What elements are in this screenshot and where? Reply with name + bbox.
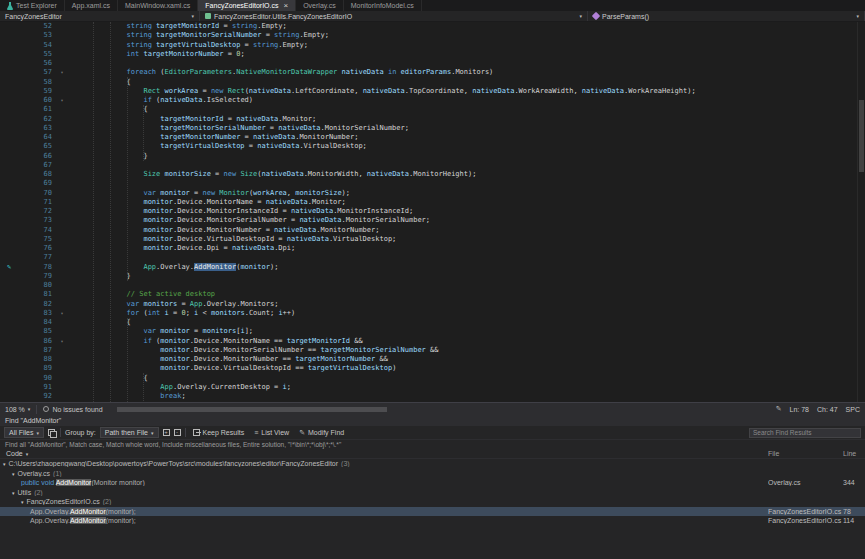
collapse-caret-icon[interactable]: ▾: [12, 490, 15, 496]
code-line[interactable]: 69: [0, 179, 865, 188]
document-health-indicator[interactable]: No issues found: [43, 406, 102, 413]
code-line[interactable]: 90 {: [0, 374, 865, 383]
fold-marker-icon[interactable]: ▾: [56, 96, 68, 105]
breakpoint-margin[interactable]: [0, 216, 18, 225]
edit-marker-icon[interactable]: ✎: [0, 263, 18, 272]
horizontal-scrollbar[interactable]: [117, 407, 762, 412]
code-line[interactable]: 85 var monitor = monitors[i];: [0, 327, 865, 336]
code-line[interactable]: 59 Rect workArea = new Rect(nativeData.L…: [0, 87, 865, 96]
breakpoint-margin[interactable]: [0, 290, 18, 299]
find-group-row[interactable]: ▾Overlay.cs(1): [0, 469, 865, 479]
code-line[interactable]: ✎78 App.Overlay.AddMonitor(monitor);: [0, 263, 865, 272]
collapse-caret-icon[interactable]: ▾: [12, 471, 15, 477]
keep-results-toggle[interactable]: Keep Results: [190, 429, 248, 436]
code-line[interactable]: 72 monitor.Device.MonitorInstanceId = na…: [0, 207, 865, 216]
code-line[interactable]: 55 int targetMonitorNumber = 0;: [0, 50, 865, 59]
fold-marker-icon[interactable]: ▾: [56, 337, 68, 346]
find-result-row[interactable]: App.Overlay.AddMonitor(monitor);FancyZon…: [0, 507, 865, 517]
find-group-row[interactable]: ▾FancyZonesEditorIO.cs(2): [0, 497, 865, 507]
breakpoint-margin[interactable]: [0, 226, 18, 235]
breakpoint-margin[interactable]: [0, 364, 18, 373]
copy-icon[interactable]: [48, 429, 56, 437]
breakpoint-margin[interactable]: [0, 170, 18, 179]
breakpoint-margin[interactable]: [0, 41, 18, 50]
breakpoint-margin[interactable]: [0, 327, 18, 336]
scope-dropdown[interactable]: All Files ▾: [4, 427, 44, 438]
code-line[interactable]: 74 monitor.Device.MonitorNumber = native…: [0, 226, 865, 235]
code-line[interactable]: 79 }: [0, 272, 865, 281]
code-line[interactable]: 81 // Set active desktop: [0, 290, 865, 299]
code-line[interactable]: 57▾ foreach (EditorParameters.NativeMoni…: [0, 68, 865, 77]
code-line[interactable]: 66 }: [0, 152, 865, 161]
code-line[interactable]: 84 {: [0, 318, 865, 327]
code-line[interactable]: 87 monitor.Device.MonitorSerialNumber ==…: [0, 346, 865, 355]
code-line[interactable]: 92 break;: [0, 392, 865, 401]
breakpoint-margin[interactable]: [0, 198, 18, 207]
code-line[interactable]: 64 targetMonitorNumber = nativeData.Moni…: [0, 133, 865, 142]
code-line[interactable]: 80: [0, 281, 865, 290]
breakpoint-margin[interactable]: [0, 22, 18, 31]
member-dropdown[interactable]: ParseParams() ▾: [588, 11, 865, 21]
breakpoint-margin[interactable]: [0, 142, 18, 151]
fold-marker-icon[interactable]: ▾: [56, 68, 68, 77]
code-line[interactable]: 52 string targetMonitorId = string.Empty…: [0, 22, 865, 31]
code-line[interactable]: 77: [0, 253, 865, 262]
breakpoint-margin[interactable]: [0, 50, 18, 59]
breakpoint-margin[interactable]: [0, 374, 18, 383]
code-line[interactable]: 68 Size monitorSize = new Size(nativeDat…: [0, 170, 865, 179]
search-find-results-input[interactable]: [749, 428, 861, 438]
type-dropdown[interactable]: FancyZonesEditor.Utils.FancyZonesEditorI…: [200, 11, 588, 21]
project-dropdown[interactable]: FancyZonesEditor ▾: [0, 11, 200, 21]
code-line[interactable]: 63 targetMonitorSerialNumber = nativeDat…: [0, 124, 865, 133]
close-icon[interactable]: ×: [283, 2, 288, 10]
breakpoint-margin[interactable]: [0, 31, 18, 40]
breakpoint-margin[interactable]: [0, 179, 18, 188]
column-header-file[interactable]: File: [768, 450, 843, 457]
vertical-scrollbar[interactable]: [857, 22, 865, 402]
breakpoint-margin[interactable]: [0, 309, 18, 318]
breakpoint-margin[interactable]: [0, 152, 18, 161]
code-line[interactable]: 70 var monitor = new Monitor(workArea, m…: [0, 189, 865, 198]
tab-overlay-cs[interactable]: Overlay.cs: [296, 0, 344, 11]
breakpoint-margin[interactable]: [0, 87, 18, 96]
find-result-row[interactable]: public void AddMonitor(Monitor monitor)O…: [0, 478, 865, 488]
breakpoint-margin[interactable]: [0, 96, 18, 105]
breakpoint-margin[interactable]: [0, 161, 18, 170]
breakpoint-margin[interactable]: [0, 235, 18, 244]
breakpoint-margin[interactable]: [0, 244, 18, 253]
column-header-line[interactable]: Line: [843, 450, 865, 457]
breakpoint-margin[interactable]: [0, 124, 18, 133]
tab-app-xaml-cs[interactable]: App.xaml.cs: [65, 0, 118, 11]
breakpoint-margin[interactable]: [0, 383, 18, 392]
find-group-row[interactable]: ▾Utils(2): [0, 488, 865, 498]
scrollbar-thumb[interactable]: [859, 100, 864, 172]
code-line[interactable]: 60▾ if (nativeData.IsSelected): [0, 96, 865, 105]
breakpoint-margin[interactable]: [0, 133, 18, 142]
breakpoint-margin[interactable]: [0, 253, 18, 262]
code-filter-dropdown[interactable]: Code ▾: [3, 449, 31, 458]
code-line[interactable]: 62 targetMonitorId = nativeData.Monitor;: [0, 115, 865, 124]
breakpoint-margin[interactable]: [0, 318, 18, 327]
fold-marker-icon[interactable]: ▾: [56, 309, 68, 318]
breakpoint-margin[interactable]: [0, 272, 18, 281]
code-line[interactable]: 65 targetVirtualDesktop = nativeData.Vir…: [0, 142, 865, 151]
collapse-caret-icon[interactable]: ▾: [21, 499, 24, 505]
breakpoint-margin[interactable]: [0, 207, 18, 216]
tab-test-explorer[interactable]: Test Explorer: [0, 0, 65, 11]
code-line[interactable]: 67: [0, 161, 865, 170]
code-line[interactable]: 88 monitor.Device.MonitorNumber == targe…: [0, 355, 865, 364]
find-result-row[interactable]: App.Overlay.AddMonitor(monitor);FancyZon…: [0, 516, 865, 526]
code-line[interactable]: 82 var monitors = App.Overlay.Monitors;: [0, 300, 865, 309]
code-line[interactable]: 54 string targetVirtualDesktop = string.…: [0, 41, 865, 50]
breakpoint-margin[interactable]: [0, 281, 18, 290]
list-view-toggle[interactable]: ≡ List View: [251, 429, 292, 436]
breakpoint-margin[interactable]: [0, 115, 18, 124]
code-line[interactable]: 91 App.Overlay.CurrentDesktop = i;: [0, 383, 865, 392]
code-line[interactable]: 58 {: [0, 78, 865, 87]
scrollbar-thumb[interactable]: [117, 407, 388, 412]
breakpoint-margin[interactable]: [0, 105, 18, 114]
collapse-caret-icon[interactable]: ▾: [3, 461, 6, 467]
tab-mainwindow-xaml-cs[interactable]: MainWindow.xaml.cs: [118, 0, 198, 11]
breakpoint-margin[interactable]: [0, 300, 18, 309]
code-line[interactable]: 89 monitor.Device.VirtualDesktopId == ta…: [0, 364, 865, 373]
